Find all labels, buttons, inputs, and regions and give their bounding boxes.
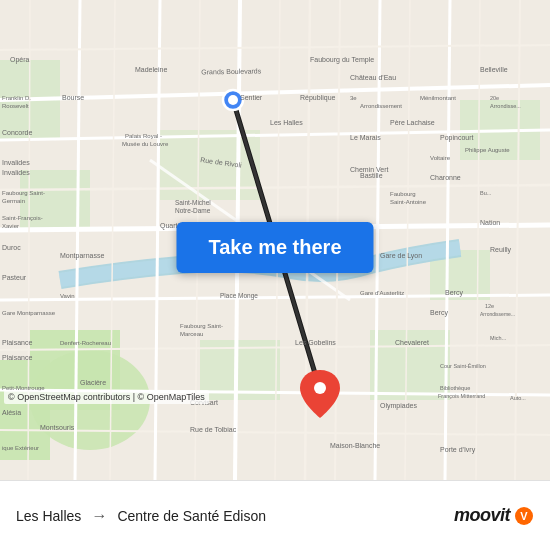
svg-text:Plaisance: Plaisance [2, 339, 32, 346]
svg-text:Montparnasse: Montparnasse [60, 252, 104, 260]
svg-text:Arrondissement: Arrondissement [360, 103, 402, 109]
svg-text:François Mitterrand: François Mitterrand [438, 393, 485, 399]
svg-text:Mich...: Mich... [490, 335, 507, 341]
svg-text:Sentier: Sentier [240, 94, 263, 101]
svg-text:Faubourg Saint-: Faubourg Saint- [180, 323, 223, 329]
svg-text:20e: 20e [490, 95, 499, 101]
svg-text:Pasteur: Pasteur [2, 274, 27, 281]
svg-text:Ménilmontant: Ménilmontant [420, 95, 456, 101]
svg-text:Glacière: Glacière [80, 379, 106, 386]
svg-text:Popincourt: Popincourt [440, 134, 474, 142]
svg-text:Faubourg Saint-: Faubourg Saint- [2, 190, 45, 196]
svg-text:Les Gobelins: Les Gobelins [295, 339, 336, 346]
svg-text:Rue de Tolbiac: Rue de Tolbiac [190, 426, 237, 433]
svg-text:V: V [520, 510, 528, 522]
svg-text:Place Monge: Place Monge [220, 292, 258, 300]
svg-text:3e: 3e [350, 95, 357, 101]
svg-text:Concorde: Concorde [2, 129, 32, 136]
svg-text:Le Marais: Le Marais [350, 134, 381, 141]
svg-text:Faubourg du Temple: Faubourg du Temple [310, 56, 374, 64]
svg-text:Musée du Louvre: Musée du Louvre [122, 141, 169, 147]
svg-text:ique Extérieur: ique Extérieur [2, 445, 39, 451]
svg-text:Xavier: Xavier [2, 223, 19, 229]
svg-text:Auto...: Auto... [510, 395, 526, 401]
svg-text:Chevaleret: Chevaleret [395, 339, 429, 346]
svg-text:Montsouris: Montsouris [40, 424, 75, 431]
svg-text:Gare Montparnasse: Gare Montparnasse [2, 310, 56, 316]
svg-text:Saint-Michel: Saint-Michel [175, 199, 211, 206]
svg-text:Saint-François-: Saint-François- [2, 215, 43, 221]
svg-text:Voltaire: Voltaire [430, 155, 451, 161]
svg-text:Les Halles: Les Halles [270, 119, 303, 126]
svg-point-40 [314, 382, 326, 394]
svg-text:Philippe Auguste: Philippe Auguste [465, 147, 510, 153]
svg-text:Notre-Dame: Notre-Dame [175, 207, 211, 214]
svg-text:Charonne: Charonne [430, 174, 461, 181]
svg-text:Père Lachaise: Père Lachaise [390, 119, 435, 126]
svg-text:Reuilly: Reuilly [490, 246, 512, 254]
moovit-logo-icon: V [514, 506, 534, 526]
svg-text:Bourse: Bourse [62, 94, 84, 101]
svg-text:Nation: Nation [480, 219, 500, 226]
svg-text:Bastille: Bastille [360, 172, 383, 179]
svg-text:Germain: Germain [2, 198, 25, 204]
svg-text:Opéra: Opéra [10, 56, 30, 64]
svg-point-38 [228, 95, 238, 105]
svg-text:Bercy: Bercy [445, 289, 463, 297]
svg-text:Arrondisse...: Arrondisse... [490, 103, 521, 109]
svg-text:Invalides: Invalides [2, 159, 30, 166]
svg-text:Gare d'Austerlitz: Gare d'Austerlitz [360, 290, 404, 296]
svg-text:Olympiades: Olympiades [380, 402, 417, 410]
svg-text:Cour Saint-Émillon: Cour Saint-Émillon [440, 363, 486, 369]
route-to-label: Centre de Santé Edison [117, 508, 266, 524]
svg-text:Denfert-Rochereau: Denfert-Rochereau [60, 340, 111, 346]
moovit-logo: moovit V [454, 505, 534, 526]
svg-text:Arrondisseme...: Arrondisseme... [480, 311, 515, 317]
svg-text:Bercy: Bercy [430, 309, 448, 317]
svg-text:Grands Boulevards: Grands Boulevards [201, 67, 262, 75]
svg-text:Palais Royal -: Palais Royal - [125, 133, 162, 139]
svg-text:Duroc: Duroc [2, 244, 21, 251]
map-attribution: © OpenStreetMap contributors | © OpenMap… [4, 390, 209, 404]
bottom-bar: Les Halles → Centre de Santé Edison moov… [0, 480, 550, 550]
svg-text:12e: 12e [485, 303, 494, 309]
route-arrow-icon: → [91, 507, 107, 525]
svg-text:Vavin: Vavin [60, 293, 75, 299]
svg-text:Plaisance: Plaisance [2, 354, 32, 361]
svg-text:Porte d'Ivry: Porte d'Ivry [440, 446, 476, 454]
svg-text:Roosevelt: Roosevelt [2, 103, 29, 109]
svg-text:Bibliothèque: Bibliothèque [440, 385, 470, 391]
svg-text:Madeleine: Madeleine [135, 66, 167, 73]
svg-text:Bu...: Bu... [480, 190, 492, 196]
svg-text:Alésia: Alésia [2, 409, 21, 416]
svg-text:Marceau: Marceau [180, 331, 203, 337]
svg-text:Saint-Antoine: Saint-Antoine [390, 199, 427, 205]
take-me-there-button[interactable]: Take me there [176, 222, 373, 273]
svg-text:Faubourg: Faubourg [390, 191, 416, 197]
svg-text:Franklin D.: Franklin D. [2, 95, 31, 101]
svg-text:Château d'Eau: Château d'Eau [350, 74, 396, 81]
map-container: Grands Boulevards Faubourg du Temple Opé… [0, 0, 550, 480]
svg-text:Gare de Lyon: Gare de Lyon [380, 252, 422, 260]
svg-text:Belleville: Belleville [480, 66, 508, 73]
svg-text:République: République [300, 94, 336, 102]
svg-text:Invalides: Invalides [2, 169, 30, 176]
svg-text:Maison-Blanche: Maison-Blanche [330, 442, 380, 449]
route-from-label: Les Halles [16, 508, 81, 524]
moovit-name: moovit [454, 505, 510, 526]
